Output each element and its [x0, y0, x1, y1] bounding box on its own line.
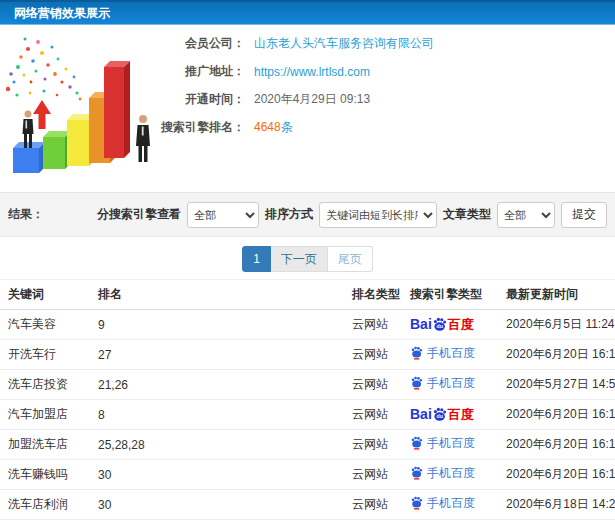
open-time-value: 2020年4月29日 09:13: [254, 91, 370, 108]
info-row-url: 推广地址： https://www.lrtlsd.com: [161, 58, 434, 85]
rank-unit: 条: [281, 120, 293, 134]
pagination-wrap: 1 下一页 尾页: [0, 237, 615, 279]
keyword-cell: 汽车美容: [0, 310, 90, 340]
svg-text:du: du: [436, 323, 442, 329]
update-time-cell: 2020年6月20日 16:11: [498, 430, 615, 460]
table-body: 汽车美容 9 云网站 Bai du 百度 2020年6月5日 11:24: [0, 310, 615, 520]
filter-bar: 结果： 分搜索引擎查看 全部 排序方式 关键词由短到长排序 文章类型 全部 提交: [0, 192, 615, 237]
rank-cell[interactable]: 9: [90, 310, 344, 340]
keyword-cell: 洗车店利润: [0, 490, 90, 520]
page-next[interactable]: 下一页: [271, 246, 328, 272]
rank-cell[interactable]: 25,28,28: [90, 430, 344, 460]
result-label: 结果：: [8, 206, 44, 223]
col-engine-type: 搜索引擎类型: [402, 280, 498, 310]
keyword-cell: 加盟洗车店: [0, 430, 90, 460]
mobile-baidu-paw-icon: [410, 346, 423, 360]
rank-cell[interactable]: 30: [90, 490, 344, 520]
rank-cell[interactable]: 8: [90, 400, 344, 430]
rank-cell[interactable]: 30: [90, 460, 344, 490]
mobile-baidu-logo: 手机百度: [410, 376, 475, 390]
bar-red: [104, 61, 130, 158]
mobile-baidu-logo: 手机百度: [410, 436, 475, 450]
info-row-company: 会员公司： 山东老人头汽车服务咨询有限公司: [161, 30, 434, 57]
confetti-dots: [6, 38, 82, 101]
bar-chart-illustration: [0, 27, 175, 187]
top-header-bar: 网络营销效果展示: [0, 0, 615, 25]
table-row: 加盟洗车店 25,28,28 云网站 手机百度 2020年6月20日 16:11: [0, 430, 615, 460]
engine-cell: 手机百度: [402, 490, 498, 520]
baidu-paw-icon: du: [432, 407, 447, 422]
page-last[interactable]: 尾页: [328, 246, 373, 272]
open-time-label: 开通时间：: [161, 91, 245, 108]
submit-button[interactable]: 提交: [561, 202, 607, 228]
col-rank: 排名: [90, 280, 344, 310]
businessman-right: [136, 115, 150, 162]
mobile-baidu-paw-icon: [410, 496, 423, 510]
mobile-baidu-logo: 手机百度: [410, 496, 475, 510]
sort-filter-select[interactable]: 关键词由短到长排序: [319, 202, 437, 228]
update-time-cell: 2020年6月20日 16:16: [498, 340, 615, 370]
info-row-open-time: 开通时间： 2020年4月29日 09:13: [161, 86, 434, 113]
engine-filter-label: 分搜索引擎查看: [97, 206, 181, 223]
keyword-cell: 洗车店投资: [0, 370, 90, 400]
mobile-baidu-paw-icon: [410, 466, 423, 480]
table-row: 洗车店投资 21,26 云网站 手机百度 2020年5月27日 14:58: [0, 370, 615, 400]
col-update-time: 最新更新时间: [498, 280, 615, 310]
company-link[interactable]: 山东老人头汽车服务咨询有限公司: [254, 35, 434, 52]
promo-url-label: 推广地址：: [161, 63, 245, 80]
update-time-cell: 2020年5月27日 14:58: [498, 370, 615, 400]
page-current[interactable]: 1: [242, 246, 271, 272]
rank-type-cell: 云网站: [344, 400, 402, 430]
keyword-cell: 汽车加盟店: [0, 400, 90, 430]
rank-type-cell: 云网站: [344, 490, 402, 520]
rank-cell[interactable]: 27: [90, 340, 344, 370]
rank-count: 4648: [254, 120, 281, 134]
promo-url-link[interactable]: https://www.lrtlsd.com: [254, 65, 370, 79]
info-row-rank-count: 搜索引擎排名： 4648条: [161, 114, 434, 141]
engine-cell: Bai du 百度: [402, 400, 498, 430]
baidu-paw-icon: du: [432, 317, 447, 332]
col-rank-type: 排名类型: [344, 280, 402, 310]
bar-green: [43, 131, 71, 169]
baidu-logo: Bai du 百度: [410, 407, 474, 422]
engine-cell: 手机百度: [402, 430, 498, 460]
update-time-cell: 2020年6月20日 16:12: [498, 400, 615, 430]
table-row: 洗车赚钱吗 30 云网站 手机百度 2020年6月20日 16:12: [0, 460, 615, 490]
article-type-select[interactable]: 全部: [497, 202, 555, 228]
engine-cell: 手机百度: [402, 460, 498, 490]
rank-type-cell: 云网站: [344, 430, 402, 460]
mobile-baidu-paw-icon: [410, 376, 423, 390]
table-header: 关键词 排名 排名类型 搜索引擎类型 最新更新时间: [0, 280, 615, 310]
table-row: 汽车美容 9 云网站 Bai du 百度 2020年6月5日 11:24: [0, 310, 615, 340]
rank-type-cell: 云网站: [344, 310, 402, 340]
engine-rank-label: 搜索引擎排名：: [161, 119, 245, 136]
engine-rank-value: 4648条: [254, 119, 293, 136]
col-keyword: 关键词: [0, 280, 90, 310]
keyword-rank-table: 关键词 排名 排名类型 搜索引擎类型 最新更新时间 汽车美容 9 云网站 Bai…: [0, 279, 615, 520]
baidu-logo: Bai du 百度: [410, 317, 474, 332]
engine-cell: 手机百度: [402, 340, 498, 370]
rank-type-cell: 云网站: [344, 460, 402, 490]
filter-controls: 分搜索引擎查看 全部 排序方式 关键词由短到长排序 文章类型 全部 提交: [97, 202, 607, 228]
keyword-cell: 开洗车行: [0, 340, 90, 370]
page-title: 网络营销效果展示: [14, 5, 110, 22]
update-time-cell: 2020年6月18日 14:27: [498, 490, 615, 520]
table-row: 开洗车行 27 云网站 手机百度 2020年6月20日 16:16: [0, 340, 615, 370]
update-time-cell: 2020年6月20日 16:12: [498, 460, 615, 490]
pagination: 1 下一页 尾页: [242, 246, 373, 272]
article-type-label: 文章类型: [443, 206, 491, 223]
update-time-cell: 2020年6月5日 11:24: [498, 310, 615, 340]
table-row: 洗车店利润 30 云网站 手机百度 2020年6月18日 14:27: [0, 490, 615, 520]
up-arrow-icon: [33, 100, 51, 129]
rank-cell[interactable]: 21,26: [90, 370, 344, 400]
engine-filter-select[interactable]: 全部: [187, 202, 259, 228]
mobile-baidu-logo: 手机百度: [410, 466, 475, 480]
svg-text:du: du: [436, 413, 442, 419]
mobile-baidu-logo: 手机百度: [410, 346, 475, 360]
company-label: 会员公司：: [161, 35, 245, 52]
rank-type-cell: 云网站: [344, 370, 402, 400]
engine-cell: Bai du 百度: [402, 310, 498, 340]
company-info-panel: 会员公司： 山东老人头汽车服务咨询有限公司 推广地址： https://www.…: [161, 30, 434, 142]
keyword-cell: 洗车赚钱吗: [0, 460, 90, 490]
info-section: 会员公司： 山东老人头汽车服务咨询有限公司 推广地址： https://www.…: [0, 25, 615, 192]
